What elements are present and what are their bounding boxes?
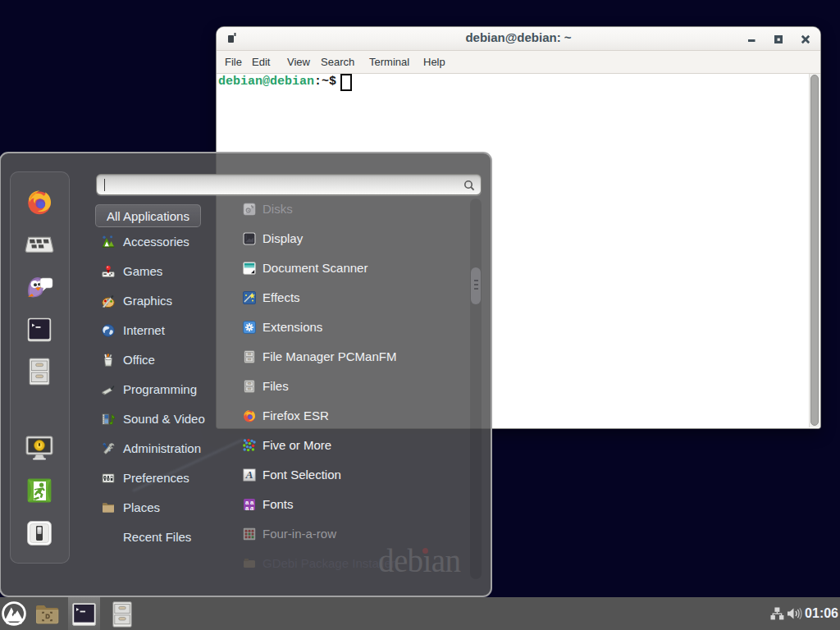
svg-text:A: A [244, 468, 253, 481]
svg-text:a: a [250, 504, 253, 511]
